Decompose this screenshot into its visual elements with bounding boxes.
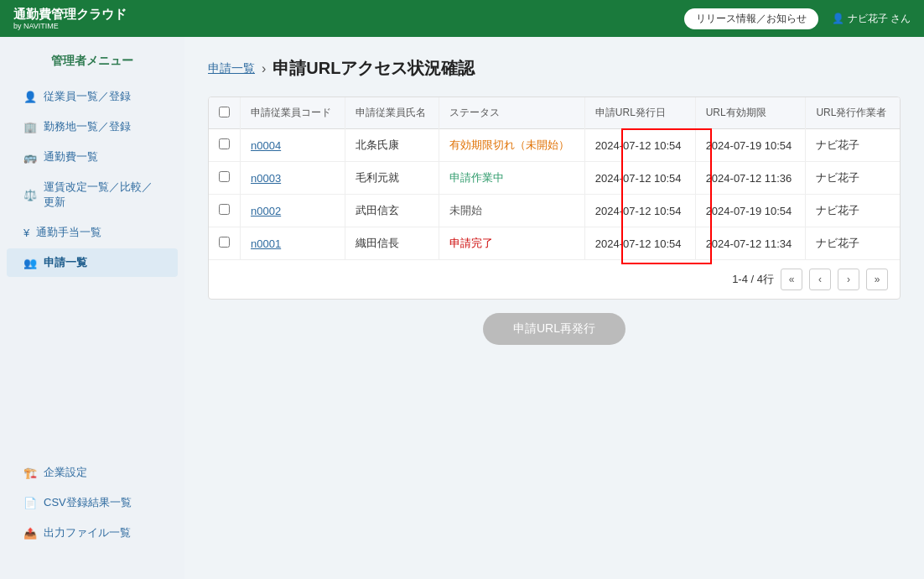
sidebar-bottom: 🏗️ 企業設定 📄 CSV登録結果一覧 📤 出力ファイル一覧 xyxy=(0,456,184,562)
row-employee-name-0: 北条氏康 xyxy=(345,129,439,162)
sidebar-item-requests[interactable]: 👥 申請一覧 xyxy=(7,248,178,277)
header-issue-date: 申請URL発行日 xyxy=(584,97,695,129)
release-button[interactable]: リリース情報／お知らせ xyxy=(684,8,818,29)
table-row: n0001 織田信長 申請完了 2024-07-12 10:54 2024-07… xyxy=(209,227,900,260)
select-all-checkbox[interactable] xyxy=(219,107,230,117)
row-operator-3: ナビ花子 xyxy=(806,227,900,260)
row-status-3: 申請完了 xyxy=(439,227,584,260)
row-operator-1: ナビ花子 xyxy=(806,162,900,195)
sidebar-item-output[interactable]: 📤 出力ファイル一覧 xyxy=(7,519,178,547)
header-operator: URL発行作業者 xyxy=(806,97,900,129)
table-row: n0002 武田信玄 未開始 2024-07-12 10:54 2024-07-… xyxy=(209,195,900,227)
sidebar-menu: 👤 従業員一覧／登録 🏢 勤務地一覧／登録 🚌 通勤費一覧 ⚖️ 運賃改定一覧／… xyxy=(0,82,184,277)
row-checkbox-0[interactable] xyxy=(219,138,230,149)
sidebar-item-employees[interactable]: 👤 従業員一覧／登録 xyxy=(7,82,178,111)
row-issue-date-0: 2024-07-12 10:54 xyxy=(584,129,695,162)
logo-main: 通勤費管理クラウド xyxy=(13,7,127,21)
header-status: ステータス xyxy=(439,97,584,129)
row-checkbox-cell xyxy=(209,227,241,260)
row-expiry-1: 2024-07-12 11:36 xyxy=(695,162,806,195)
next-page-button[interactable]: › xyxy=(838,269,859,290)
prev-page-button[interactable]: ‹ xyxy=(809,269,831,290)
table-header-row: 申請従業員コード 申請従業員氏名 ステータス 申請URL発行日 URL有効期限 … xyxy=(209,97,900,129)
row-employee-code-2[interactable]: n0002 xyxy=(241,195,345,227)
header-employee-name: 申請従業員氏名 xyxy=(345,97,439,129)
sidebar-item-offices[interactable]: 🏢 勤務地一覧／登録 xyxy=(7,112,178,141)
last-page-button[interactable]: » xyxy=(866,269,888,290)
sidebar-item-employees-label: 従業員一覧／登録 xyxy=(44,89,131,104)
request-table: 申請従業員コード 申請従業員氏名 ステータス 申請URL発行日 URL有効期限 … xyxy=(209,97,900,259)
sidebar-item-fare-label: 運賃改定一覧／比較／更新 xyxy=(44,180,161,210)
row-checkbox-2[interactable] xyxy=(219,204,230,215)
row-checkbox-cell xyxy=(209,129,241,162)
yen-icon: ¥ xyxy=(23,227,29,239)
row-checkbox-1[interactable] xyxy=(219,171,230,182)
employee-code-link-1[interactable]: n0003 xyxy=(251,172,281,185)
header-right: リリース情報／お知らせ 👤 ナビ花子 さん xyxy=(684,8,911,29)
table-wrapper: 申請従業員コード 申請従業員氏名 ステータス 申請URL発行日 URL有効期限 … xyxy=(208,96,901,300)
sidebar-item-commute[interactable]: 🚌 通勤費一覧 xyxy=(7,143,178,171)
row-employee-code-0[interactable]: n0004 xyxy=(241,129,345,162)
pagination: 1-4 / 4行 « ‹ › » xyxy=(209,259,900,299)
sidebar-item-offices-label: 勤務地一覧／登録 xyxy=(44,119,131,134)
employee-code-link-0[interactable]: n0004 xyxy=(251,139,281,152)
sidebar-item-output-label: 出力ファイル一覧 xyxy=(44,525,131,540)
user-name: ナビ花子 さん xyxy=(848,12,911,26)
sidebar-item-fare[interactable]: ⚖️ 運賃改定一覧／比較／更新 xyxy=(7,173,178,216)
row-status-1: 申請作業中 xyxy=(439,162,584,195)
row-issue-date-2: 2024-07-12 10:54 xyxy=(584,195,695,227)
table-body: n0004 北条氏康 有効期限切れ（未開始） 2024-07-12 10:54 … xyxy=(209,129,900,260)
sidebar-item-company[interactable]: 🏗️ 企業設定 xyxy=(7,458,178,487)
reissue-url-button[interactable]: 申請URL再発行 xyxy=(483,313,626,345)
output-icon: 📤 xyxy=(23,527,37,540)
breadcrumb-link[interactable]: 申請一覧 xyxy=(208,61,255,76)
employee-code-link-3[interactable]: n0001 xyxy=(251,237,281,250)
office-icon: 🏢 xyxy=(23,121,37,133)
breadcrumb: 申請一覧 › 申請URLアクセス状況確認 xyxy=(208,57,901,80)
sidebar: 管理者メニュー 👤 従業員一覧／登録 🏢 勤務地一覧／登録 🚌 通勤費一覧 ⚖️… xyxy=(0,37,184,579)
row-checkbox-3[interactable] xyxy=(219,237,230,248)
row-expiry-2: 2024-07-19 10:54 xyxy=(695,195,806,227)
row-operator-0: ナビ花子 xyxy=(806,129,900,162)
header-expiry: URL有効期限 xyxy=(695,97,806,129)
pagination-summary: 1-4 / 4行 xyxy=(732,272,774,287)
breadcrumb-separator: › xyxy=(262,61,266,76)
scale-icon: ⚖️ xyxy=(23,189,37,201)
sidebar-item-company-label: 企業設定 xyxy=(44,465,87,480)
sidebar-title: 管理者メニュー xyxy=(0,54,184,69)
logo-sub: by NAVITIME xyxy=(13,22,127,31)
row-employee-name-1: 毛利元就 xyxy=(345,162,439,195)
row-checkbox-cell xyxy=(209,162,241,195)
row-issue-date-3: 2024-07-12 10:54 xyxy=(584,227,695,260)
bus-icon: 🚌 xyxy=(23,151,37,164)
sidebar-item-csv[interactable]: 📄 CSV登録結果一覧 xyxy=(7,488,178,517)
sidebar-bottom-menu: 🏗️ 企業設定 📄 CSV登録結果一覧 📤 出力ファイル一覧 xyxy=(0,458,184,547)
row-expiry-3: 2024-07-12 11:34 xyxy=(695,227,806,260)
page-title: 申請URLアクセス状況確認 xyxy=(273,57,475,80)
people-icon: 👥 xyxy=(23,257,37,269)
sidebar-item-commute-label: 通勤費一覧 xyxy=(44,149,98,164)
row-employee-code-3[interactable]: n0001 xyxy=(241,227,345,260)
table-row: n0004 北条氏康 有効期限切れ（未開始） 2024-07-12 10:54 … xyxy=(209,129,900,162)
first-page-button[interactable]: « xyxy=(781,269,802,290)
sidebar-item-requests-label: 申請一覧 xyxy=(44,255,87,270)
sidebar-item-allowance[interactable]: ¥ 通勤手当一覧 xyxy=(7,218,178,247)
csv-icon: 📄 xyxy=(23,497,37,509)
header-checkbox-cell xyxy=(209,97,241,129)
user-icon: 👤 xyxy=(832,13,844,24)
table-row: n0003 毛利元就 申請作業中 2024-07-12 10:54 2024-0… xyxy=(209,162,900,195)
bottom-bar: 申請URL再発行 xyxy=(208,300,901,352)
header: 通勤費管理クラウド by NAVITIME リリース情報／お知らせ 👤 ナビ花子… xyxy=(0,0,924,37)
employee-code-link-2[interactable]: n0002 xyxy=(251,205,281,217)
row-employee-name-3: 織田信長 xyxy=(345,227,439,260)
company-icon: 🏗️ xyxy=(23,467,37,479)
employee-icon: 👤 xyxy=(23,91,37,103)
sidebar-item-allowance-label: 通勤手当一覧 xyxy=(36,225,101,240)
row-employee-code-1[interactable]: n0003 xyxy=(241,162,345,195)
table-container: 申請従業員コード 申請従業員氏名 ステータス 申請URL発行日 URL有効期限 … xyxy=(208,96,901,300)
main-content: 申請一覧 › 申請URLアクセス状況確認 申請従業員コード 申請従業員氏名 ステ… xyxy=(184,37,924,579)
row-operator-2: ナビ花子 xyxy=(806,195,900,227)
row-expiry-0: 2024-07-19 10:54 xyxy=(695,129,806,162)
main-layout: 管理者メニュー 👤 従業員一覧／登録 🏢 勤務地一覧／登録 🚌 通勤費一覧 ⚖️… xyxy=(0,37,924,579)
row-status-0: 有効期限切れ（未開始） xyxy=(439,129,584,162)
